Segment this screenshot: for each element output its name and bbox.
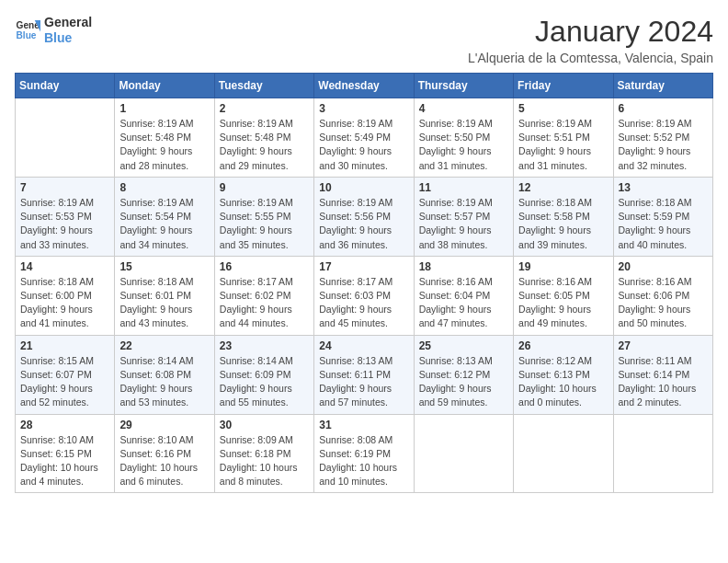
day-info: Sunrise: 8:19 AM Sunset: 5:49 PM Dayligh… bbox=[319, 117, 408, 173]
weekday-header-thursday: Thursday bbox=[414, 74, 513, 98]
day-info: Sunrise: 8:16 AM Sunset: 6:05 PM Dayligh… bbox=[518, 275, 608, 331]
weekday-header-friday: Friday bbox=[514, 74, 613, 98]
logo-icon: General Blue bbox=[15, 17, 40, 43]
day-number: 19 bbox=[518, 260, 608, 273]
day-number: 7 bbox=[20, 181, 109, 194]
calendar-title: January 2024 bbox=[468, 15, 713, 49]
day-number: 24 bbox=[319, 339, 408, 352]
day-info: Sunrise: 8:19 AM Sunset: 5:55 PM Dayligh… bbox=[220, 196, 309, 252]
calendar-cell: 24Sunrise: 8:13 AM Sunset: 6:11 PM Dayli… bbox=[314, 335, 414, 414]
calendar-cell: 13Sunrise: 8:18 AM Sunset: 5:59 PM Dayli… bbox=[613, 177, 712, 256]
day-number: 18 bbox=[419, 260, 508, 273]
day-number: 10 bbox=[319, 181, 408, 194]
day-info: Sunrise: 8:19 AM Sunset: 5:51 PM Dayligh… bbox=[518, 117, 608, 173]
day-number: 9 bbox=[220, 181, 309, 194]
calendar-cell: 5Sunrise: 8:19 AM Sunset: 5:51 PM Daylig… bbox=[514, 98, 613, 178]
day-info: Sunrise: 8:19 AM Sunset: 5:50 PM Dayligh… bbox=[419, 117, 508, 173]
calendar-cell: 30Sunrise: 8:09 AM Sunset: 6:18 PM Dayli… bbox=[214, 414, 313, 493]
calendar-cell bbox=[613, 414, 712, 493]
calendar-cell: 26Sunrise: 8:12 AM Sunset: 6:13 PM Dayli… bbox=[514, 335, 613, 414]
calendar-cell: 3Sunrise: 8:19 AM Sunset: 5:49 PM Daylig… bbox=[314, 98, 414, 178]
week-row-4: 21Sunrise: 8:15 AM Sunset: 6:07 PM Dayli… bbox=[16, 335, 713, 414]
day-info: Sunrise: 8:16 AM Sunset: 6:06 PM Dayligh… bbox=[619, 275, 708, 331]
day-number: 26 bbox=[518, 339, 608, 352]
day-number: 25 bbox=[419, 339, 508, 352]
day-info: Sunrise: 8:14 AM Sunset: 6:08 PM Dayligh… bbox=[119, 354, 209, 410]
day-number: 27 bbox=[619, 339, 708, 352]
day-info: Sunrise: 8:19 AM Sunset: 5:53 PM Dayligh… bbox=[20, 196, 109, 252]
calendar-cell: 31Sunrise: 8:08 AM Sunset: 6:19 PM Dayli… bbox=[314, 414, 414, 493]
calendar-cell: 17Sunrise: 8:17 AM Sunset: 6:03 PM Dayli… bbox=[314, 256, 414, 335]
calendar-cell bbox=[514, 414, 613, 493]
calendar-cell: 19Sunrise: 8:16 AM Sunset: 6:05 PM Dayli… bbox=[514, 256, 613, 335]
day-info: Sunrise: 8:16 AM Sunset: 6:04 PM Dayligh… bbox=[419, 275, 508, 331]
calendar-cell: 29Sunrise: 8:10 AM Sunset: 6:16 PM Dayli… bbox=[115, 414, 214, 493]
calendar-cell: 7Sunrise: 8:19 AM Sunset: 5:53 PM Daylig… bbox=[16, 177, 115, 256]
day-number: 21 bbox=[20, 339, 109, 352]
day-info: Sunrise: 8:18 AM Sunset: 5:58 PM Dayligh… bbox=[518, 196, 608, 252]
logo-line2: Blue bbox=[44, 30, 92, 46]
weekday-header-saturday: Saturday bbox=[613, 74, 712, 98]
calendar-cell: 4Sunrise: 8:19 AM Sunset: 5:50 PM Daylig… bbox=[414, 98, 513, 178]
day-info: Sunrise: 8:18 AM Sunset: 6:00 PM Dayligh… bbox=[20, 275, 109, 331]
day-info: Sunrise: 8:19 AM Sunset: 5:57 PM Dayligh… bbox=[419, 196, 508, 252]
day-info: Sunrise: 8:13 AM Sunset: 6:11 PM Dayligh… bbox=[319, 354, 408, 410]
day-number: 30 bbox=[220, 419, 309, 431]
day-number: 3 bbox=[319, 102, 408, 115]
calendar-subtitle: L'Alqueria de la Comtessa, Valencia, Spa… bbox=[468, 51, 713, 65]
calendar-cell: 1Sunrise: 8:19 AM Sunset: 5:48 PM Daylig… bbox=[115, 98, 214, 178]
calendar-cell bbox=[16, 98, 115, 178]
day-info: Sunrise: 8:09 AM Sunset: 6:18 PM Dayligh… bbox=[220, 433, 309, 489]
day-info: Sunrise: 8:19 AM Sunset: 5:52 PM Dayligh… bbox=[619, 117, 708, 173]
calendar-cell: 2Sunrise: 8:19 AM Sunset: 5:48 PM Daylig… bbox=[214, 98, 313, 178]
day-info: Sunrise: 8:19 AM Sunset: 5:56 PM Dayligh… bbox=[319, 196, 408, 252]
day-info: Sunrise: 8:13 AM Sunset: 6:12 PM Dayligh… bbox=[419, 354, 508, 410]
week-row-3: 14Sunrise: 8:18 AM Sunset: 6:00 PM Dayli… bbox=[16, 256, 713, 335]
day-number: 31 bbox=[319, 419, 408, 431]
weekday-header-row: SundayMondayTuesdayWednesdayThursdayFrid… bbox=[16, 74, 713, 98]
day-number: 23 bbox=[220, 339, 309, 352]
weekday-header-monday: Monday bbox=[115, 74, 214, 98]
svg-text:Blue: Blue bbox=[17, 30, 37, 40]
day-info: Sunrise: 8:17 AM Sunset: 6:03 PM Dayligh… bbox=[319, 275, 408, 331]
calendar-cell: 9Sunrise: 8:19 AM Sunset: 5:55 PM Daylig… bbox=[214, 177, 313, 256]
day-number: 22 bbox=[119, 339, 209, 352]
calendar-cell: 22Sunrise: 8:14 AM Sunset: 6:08 PM Dayli… bbox=[115, 335, 214, 414]
calendar-cell: 20Sunrise: 8:16 AM Sunset: 6:06 PM Dayli… bbox=[613, 256, 712, 335]
logo-line1: General bbox=[44, 15, 92, 30]
day-number: 4 bbox=[419, 102, 508, 115]
calendar-cell: 14Sunrise: 8:18 AM Sunset: 6:00 PM Dayli… bbox=[16, 256, 115, 335]
calendar-cell: 18Sunrise: 8:16 AM Sunset: 6:04 PM Dayli… bbox=[414, 256, 513, 335]
day-number: 13 bbox=[619, 181, 708, 194]
day-number: 29 bbox=[119, 419, 209, 431]
calendar-cell: 25Sunrise: 8:13 AM Sunset: 6:12 PM Dayli… bbox=[414, 335, 513, 414]
day-number: 12 bbox=[518, 181, 608, 194]
calendar-cell bbox=[414, 414, 513, 493]
day-info: Sunrise: 8:19 AM Sunset: 5:48 PM Dayligh… bbox=[220, 117, 309, 173]
day-number: 16 bbox=[220, 260, 309, 273]
calendar-cell: 10Sunrise: 8:19 AM Sunset: 5:56 PM Dayli… bbox=[314, 177, 414, 256]
day-info: Sunrise: 8:11 AM Sunset: 6:14 PM Dayligh… bbox=[619, 354, 708, 410]
calendar-cell: 15Sunrise: 8:18 AM Sunset: 6:01 PM Dayli… bbox=[115, 256, 214, 335]
logo: General Blue General Blue bbox=[15, 15, 92, 46]
day-info: Sunrise: 8:19 AM Sunset: 5:48 PM Dayligh… bbox=[119, 117, 209, 173]
day-number: 5 bbox=[518, 102, 608, 115]
calendar-table: SundayMondayTuesdayWednesdayThursdayFrid… bbox=[15, 73, 713, 493]
day-number: 6 bbox=[619, 102, 708, 115]
week-row-2: 7Sunrise: 8:19 AM Sunset: 5:53 PM Daylig… bbox=[16, 177, 713, 256]
day-number: 28 bbox=[20, 419, 109, 431]
day-info: Sunrise: 8:19 AM Sunset: 5:54 PM Dayligh… bbox=[119, 196, 209, 252]
calendar-cell: 8Sunrise: 8:19 AM Sunset: 5:54 PM Daylig… bbox=[115, 177, 214, 256]
day-info: Sunrise: 8:15 AM Sunset: 6:07 PM Dayligh… bbox=[20, 354, 109, 410]
calendar-cell: 28Sunrise: 8:10 AM Sunset: 6:15 PM Dayli… bbox=[16, 414, 115, 493]
day-info: Sunrise: 8:08 AM Sunset: 6:19 PM Dayligh… bbox=[319, 433, 408, 489]
day-number: 8 bbox=[119, 181, 209, 194]
calendar-cell: 16Sunrise: 8:17 AM Sunset: 6:02 PM Dayli… bbox=[214, 256, 313, 335]
day-number: 17 bbox=[319, 260, 408, 273]
day-number: 14 bbox=[20, 260, 109, 273]
page-header: General Blue General Blue January 2024 L… bbox=[15, 15, 713, 65]
weekday-header-sunday: Sunday bbox=[16, 74, 115, 98]
day-info: Sunrise: 8:18 AM Sunset: 5:59 PM Dayligh… bbox=[619, 196, 708, 252]
calendar-cell: 6Sunrise: 8:19 AM Sunset: 5:52 PM Daylig… bbox=[613, 98, 712, 178]
day-info: Sunrise: 8:18 AM Sunset: 6:01 PM Dayligh… bbox=[119, 275, 209, 331]
